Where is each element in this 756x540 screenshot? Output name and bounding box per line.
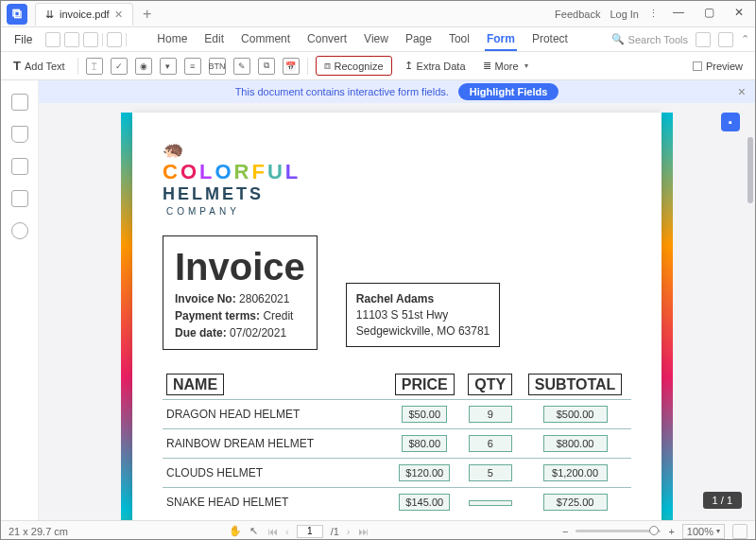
open-external-icon[interactable]: [696, 32, 711, 47]
attachments-icon[interactable]: [11, 158, 28, 175]
login-link[interactable]: Log In: [610, 9, 639, 20]
document-tab[interactable]: ⇊ invoice.pdf ×: [35, 3, 133, 26]
notice-close-icon[interactable]: ×: [738, 84, 746, 99]
zoom-slider[interactable]: [576, 530, 661, 532]
menutab-comment[interactable]: Comment: [239, 28, 292, 51]
qat-redo-icon[interactable]: [83, 32, 98, 47]
bookmarks-icon[interactable]: [11, 126, 28, 143]
menutab-convert[interactable]: Convert: [305, 28, 349, 51]
menutab-page[interactable]: Page: [404, 28, 434, 51]
page-dimensions: 21 x 29.7 cm: [9, 526, 68, 537]
combobox-tool-icon[interactable]: ▾: [160, 58, 177, 75]
price-field[interactable]: $120.00: [399, 464, 450, 481]
logo-company: COMPANY: [166, 206, 631, 217]
titlebar: ⧉ ⇊ invoice.pdf × + Feedback Log In ⋮ — …: [1, 1, 755, 27]
qat-open-icon[interactable]: [45, 32, 60, 47]
thumbnails-icon[interactable]: [11, 94, 28, 111]
customer-name: Rachel Adams: [356, 291, 490, 307]
kebab-icon[interactable]: ⋮: [648, 8, 659, 20]
search-panel-icon[interactable]: [11, 222, 28, 239]
page-number-input[interactable]: [297, 525, 323, 538]
preview-toggle[interactable]: Preview: [688, 58, 747, 75]
price-field[interactable]: $80.00: [402, 435, 447, 452]
checkbox-tool-icon[interactable]: ✓: [111, 58, 128, 75]
statusbar: 21 x 29.7 cm ✋ ↖ ⏮ ‹ /1 › ⏭ − + 100%▾: [1, 520, 755, 540]
subtotal-field[interactable]: $500.00: [543, 406, 608, 423]
search-tools[interactable]: 🔍 Search Tools: [611, 33, 688, 45]
radio-tool-icon[interactable]: ◉: [135, 58, 152, 75]
due-label: Due date:: [175, 326, 227, 340]
menutab-view[interactable]: View: [362, 28, 390, 51]
extra-data-button[interactable]: ↥ Extra Data: [400, 57, 471, 75]
pdf-page: 🦔 COLORFUL HELMETS COMPANY Invoice Invoi…: [132, 113, 662, 520]
subtotal-field[interactable]: $1,200.00: [543, 464, 608, 481]
page-scroll[interactable]: 🦔 COLORFUL HELMETS COMPANY Invoice Invoi…: [39, 103, 755, 520]
new-tab-button[interactable]: +: [139, 6, 156, 23]
layers-icon[interactable]: [11, 190, 28, 207]
chevron-down-icon: ▾: [524, 61, 528, 70]
chevron-up-icon[interactable]: ⌃: [741, 33, 749, 45]
file-menu[interactable]: File: [7, 33, 40, 46]
window-minimize-button[interactable]: —: [668, 6, 689, 23]
zoom-in-button[interactable]: +: [668, 526, 674, 537]
zoom-select[interactable]: 100%▾: [682, 524, 725, 539]
qty-field[interactable]: 5: [469, 464, 512, 481]
qty-field[interactable]: 6: [469, 435, 512, 452]
more-icon: ≣: [483, 60, 491, 72]
sync-icon[interactable]: [718, 32, 733, 47]
terms-label: Payment terms:: [175, 309, 260, 322]
button-tool-icon[interactable]: BTN: [209, 58, 226, 75]
signature-tool-icon[interactable]: ✎: [233, 58, 250, 75]
menutab-home[interactable]: Home: [155, 28, 189, 51]
tab-title: invoice.pdf: [60, 9, 110, 20]
col-price: PRICE: [395, 374, 455, 395]
menutab-edit[interactable]: Edit: [202, 28, 226, 51]
more-button[interactable]: ≣ More ▾: [478, 57, 533, 75]
select-tool-icon[interactable]: ↖: [249, 525, 258, 537]
invoice-no-label: Invoice No:: [175, 292, 236, 305]
logo-subword: HELMETS: [163, 184, 631, 204]
col-qty: QTY: [468, 374, 512, 395]
add-text-tool[interactable]: T Add Text: [9, 56, 70, 76]
hand-tool-icon[interactable]: ✋: [229, 525, 242, 537]
table-row: SNAKE HEAD HELMET$145.00$725.00: [163, 488, 631, 517]
notice-text: This document contains interactive form …: [235, 86, 449, 97]
table-row: RAINBOW DREAM HELMET$80.006$800.00: [163, 429, 631, 459]
qat-undo-icon[interactable]: [64, 32, 79, 47]
menubar: File HomeEditCommentConvertViewPageToolF…: [1, 27, 755, 52]
slider-thumb[interactable]: [649, 526, 659, 535]
subtotal-field[interactable]: $725.00: [543, 494, 608, 511]
listbox-tool-icon[interactable]: ≡: [184, 58, 201, 75]
qty-field[interactable]: [469, 500, 512, 506]
price-field[interactable]: $145.00: [399, 494, 450, 511]
next-page-icon[interactable]: ›: [347, 526, 351, 537]
subtotal-field[interactable]: $800.00: [543, 435, 608, 452]
window-close-button[interactable]: ✕: [729, 6, 749, 23]
close-tab-icon[interactable]: ×: [115, 7, 123, 22]
highlight-fields-button[interactable]: Highlight Fields: [458, 83, 559, 100]
qty-field[interactable]: 9: [469, 406, 512, 423]
menutab-form[interactable]: Form: [485, 28, 517, 51]
customer-box: Rachel Adams 11103 S 51st Hwy Sedgewickv…: [346, 283, 500, 347]
recognize-button[interactable]: ⧈ Recognize: [316, 56, 392, 76]
menutab-protect[interactable]: Protect: [530, 28, 570, 51]
textfield-tool-icon[interactable]: ⌶: [86, 58, 103, 75]
first-page-icon[interactable]: ⏮: [267, 526, 278, 537]
item-name: SNAKE HEAD HELMET: [163, 488, 387, 517]
zoom-value: 100%: [687, 526, 713, 537]
document-area: This document contains interactive form …: [39, 80, 755, 520]
menutab-tool[interactable]: Tool: [447, 28, 472, 51]
image-tool-icon[interactable]: ⧉: [258, 58, 275, 75]
last-page-icon[interactable]: ⏭: [358, 526, 369, 537]
window-maximize-button[interactable]: ▢: [698, 6, 719, 23]
feedback-link[interactable]: Feedback: [555, 9, 600, 20]
prev-page-icon[interactable]: ‹: [285, 526, 289, 537]
invoice-info-box: Invoice Invoice No: 28062021 Payment ter…: [163, 235, 318, 350]
price-field[interactable]: $50.00: [402, 406, 447, 423]
page-indicator-badge: 1 / 1: [703, 492, 742, 509]
zoom-out-button[interactable]: −: [562, 526, 568, 537]
qat-print-icon[interactable]: [107, 32, 122, 47]
fit-view-icon[interactable]: [732, 524, 747, 539]
app-logo: ⧉: [7, 4, 27, 25]
date-tool-icon[interactable]: 📅: [283, 58, 300, 75]
